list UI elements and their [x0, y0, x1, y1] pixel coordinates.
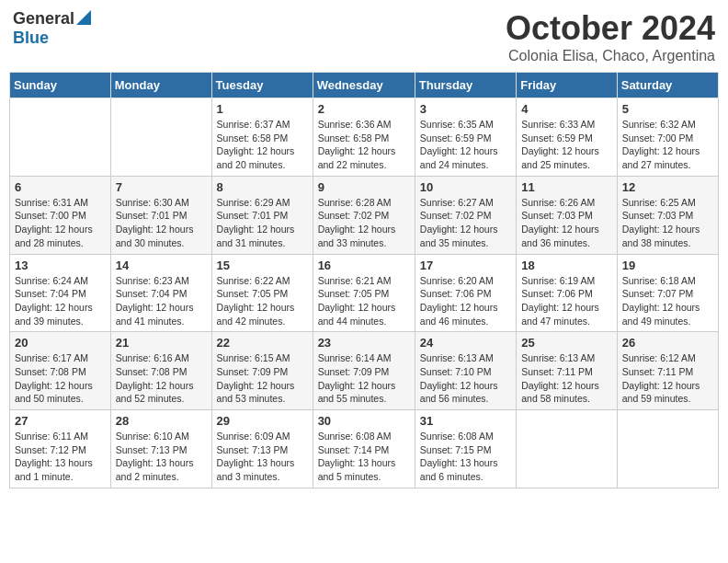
day-number: 13 [15, 259, 106, 272]
calendar-cell: 31 Sunrise: 6:08 AMSunset: 7:15 PMDaylig… [415, 410, 516, 488]
day-detail: Sunrise: 6:36 AMSunset: 6:58 PMDaylight:… [318, 119, 396, 170]
day-number: 17 [420, 259, 511, 272]
calendar-cell [10, 98, 111, 177]
calendar-cell [617, 410, 718, 488]
day-detail: Sunrise: 6:12 AMSunset: 7:11 PMDaylight:… [622, 352, 700, 404]
day-number: 23 [318, 336, 410, 350]
day-detail: Sunrise: 6:08 AMSunset: 7:15 PMDaylight:… [420, 431, 498, 482]
day-detail: Sunrise: 6:23 AMSunset: 7:04 PMDaylight:… [116, 275, 194, 327]
day-number: 21 [116, 336, 207, 350]
day-number: 5 [622, 102, 713, 116]
day-number: 22 [217, 336, 308, 350]
day-detail: Sunrise: 6:30 AMSunset: 7:01 PMDaylight:… [116, 197, 194, 248]
svg-marker-0 [76, 10, 91, 25]
calendar-cell: 26 Sunrise: 6:12 AMSunset: 7:11 PMDaylig… [617, 332, 718, 410]
calendar-cell: 14 Sunrise: 6:23 AMSunset: 7:04 PMDaylig… [110, 254, 211, 332]
calendar-cell: 16 Sunrise: 6:21 AMSunset: 7:05 PMDaylig… [313, 254, 415, 332]
day-detail: Sunrise: 6:08 AMSunset: 7:14 PMDaylight:… [318, 431, 396, 482]
calendar-cell: 20 Sunrise: 6:17 AMSunset: 7:08 PMDaylig… [10, 332, 111, 410]
day-detail: Sunrise: 6:16 AMSunset: 7:08 PMDaylight:… [116, 352, 194, 404]
calendar-cell: 12 Sunrise: 6:25 AMSunset: 7:03 PMDaylig… [617, 176, 718, 254]
page-header: General Blue October 2024 Colonia Elisa,… [9, 9, 719, 64]
title-block: October 2024 Colonia Elisa, Chaco, Argen… [506, 9, 715, 64]
day-detail: Sunrise: 6:13 AMSunset: 7:11 PMDaylight:… [521, 352, 599, 404]
day-number: 3 [420, 102, 511, 116]
calendar-week-row: 20 Sunrise: 6:17 AMSunset: 7:08 PMDaylig… [10, 332, 719, 410]
day-number: 9 [318, 180, 410, 194]
day-number: 29 [217, 414, 308, 428]
day-detail: Sunrise: 6:13 AMSunset: 7:10 PMDaylight:… [420, 352, 498, 404]
day-number: 25 [521, 336, 612, 350]
calendar-cell: 24 Sunrise: 6:13 AMSunset: 7:10 PMDaylig… [415, 332, 516, 410]
day-detail: Sunrise: 6:11 AMSunset: 7:12 PMDaylight:… [15, 431, 93, 482]
day-detail: Sunrise: 6:33 AMSunset: 6:59 PMDaylight:… [521, 119, 599, 170]
calendar-cell: 10 Sunrise: 6:27 AMSunset: 7:02 PMDaylig… [415, 176, 516, 254]
day-number: 26 [622, 336, 713, 350]
calendar-cell: 5 Sunrise: 6:32 AMSunset: 7:00 PMDayligh… [617, 98, 718, 177]
calendar-cell: 8 Sunrise: 6:29 AMSunset: 7:01 PMDayligh… [211, 176, 313, 254]
calendar-location: Colonia Elisa, Chaco, Argentina [506, 48, 715, 64]
day-number: 31 [420, 414, 511, 428]
day-detail: Sunrise: 6:25 AMSunset: 7:03 PMDaylight:… [622, 197, 700, 248]
day-detail: Sunrise: 6:32 AMSunset: 7:00 PMDaylight:… [622, 119, 700, 170]
calendar-week-row: 13 Sunrise: 6:24 AMSunset: 7:04 PMDaylig… [10, 254, 719, 332]
header-row: SundayMondayTuesdayWednesdayThursdayFrid… [10, 73, 719, 98]
calendar-cell: 19 Sunrise: 6:18 AMSunset: 7:07 PMDaylig… [617, 254, 718, 332]
day-detail: Sunrise: 6:22 AMSunset: 7:05 PMDaylight:… [217, 275, 295, 327]
weekday-header: Saturday [617, 73, 718, 98]
day-number: 6 [15, 180, 106, 194]
day-detail: Sunrise: 6:10 AMSunset: 7:13 PMDaylight:… [116, 431, 194, 482]
calendar-cell: 6 Sunrise: 6:31 AMSunset: 7:00 PMDayligh… [10, 176, 111, 254]
calendar-body: 1 Sunrise: 6:37 AMSunset: 6:58 PMDayligh… [10, 98, 719, 488]
day-number: 18 [521, 259, 612, 272]
day-number: 7 [116, 180, 207, 194]
calendar-cell: 22 Sunrise: 6:15 AMSunset: 7:09 PMDaylig… [211, 332, 313, 410]
logo-general-text: General [13, 9, 74, 29]
calendar-week-row: 27 Sunrise: 6:11 AMSunset: 7:12 PMDaylig… [10, 410, 719, 488]
day-detail: Sunrise: 6:17 AMSunset: 7:08 PMDaylight:… [15, 352, 93, 404]
weekday-header: Wednesday [313, 73, 415, 98]
day-detail: Sunrise: 6:19 AMSunset: 7:06 PMDaylight:… [521, 275, 599, 327]
day-number: 20 [15, 336, 106, 350]
day-number: 27 [15, 414, 106, 428]
calendar-header: SundayMondayTuesdayWednesdayThursdayFrid… [10, 73, 719, 98]
day-number: 16 [318, 259, 410, 272]
day-detail: Sunrise: 6:35 AMSunset: 6:59 PMDaylight:… [420, 119, 498, 170]
day-detail: Sunrise: 6:29 AMSunset: 7:01 PMDaylight:… [217, 197, 295, 248]
calendar-cell: 1 Sunrise: 6:37 AMSunset: 6:58 PMDayligh… [211, 98, 313, 177]
weekday-header: Tuesday [211, 73, 313, 98]
calendar-cell: 7 Sunrise: 6:30 AMSunset: 7:01 PMDayligh… [110, 176, 211, 254]
day-detail: Sunrise: 6:20 AMSunset: 7:06 PMDaylight:… [420, 275, 498, 327]
day-detail: Sunrise: 6:27 AMSunset: 7:02 PMDaylight:… [420, 197, 498, 248]
day-number: 10 [420, 180, 511, 194]
calendar-cell: 3 Sunrise: 6:35 AMSunset: 6:59 PMDayligh… [415, 98, 516, 177]
calendar-cell: 2 Sunrise: 6:36 AMSunset: 6:58 PMDayligh… [313, 98, 415, 177]
calendar-cell: 17 Sunrise: 6:20 AMSunset: 7:06 PMDaylig… [415, 254, 516, 332]
calendar-cell: 9 Sunrise: 6:28 AMSunset: 7:02 PMDayligh… [313, 176, 415, 254]
logo-triangle-icon [76, 10, 91, 25]
calendar-cell [110, 98, 211, 177]
logo: General Blue [13, 9, 91, 48]
day-detail: Sunrise: 6:14 AMSunset: 7:09 PMDaylight:… [318, 352, 396, 404]
day-detail: Sunrise: 6:28 AMSunset: 7:02 PMDaylight:… [318, 197, 396, 248]
logo-blue-text: Blue [13, 29, 49, 48]
day-detail: Sunrise: 6:21 AMSunset: 7:05 PMDaylight:… [318, 275, 396, 327]
day-number: 19 [622, 259, 713, 272]
calendar-week-row: 6 Sunrise: 6:31 AMSunset: 7:00 PMDayligh… [10, 176, 719, 254]
day-number: 4 [521, 102, 612, 116]
day-number: 30 [318, 414, 410, 428]
calendar-cell: 27 Sunrise: 6:11 AMSunset: 7:12 PMDaylig… [10, 410, 111, 488]
day-detail: Sunrise: 6:37 AMSunset: 6:58 PMDaylight:… [217, 119, 295, 170]
calendar-cell: 29 Sunrise: 6:09 AMSunset: 7:13 PMDaylig… [211, 410, 313, 488]
calendar-cell: 21 Sunrise: 6:16 AMSunset: 7:08 PMDaylig… [110, 332, 211, 410]
weekday-header: Thursday [415, 73, 516, 98]
calendar-cell: 23 Sunrise: 6:14 AMSunset: 7:09 PMDaylig… [313, 332, 415, 410]
calendar-cell: 25 Sunrise: 6:13 AMSunset: 7:11 PMDaylig… [517, 332, 618, 410]
day-detail: Sunrise: 6:31 AMSunset: 7:00 PMDaylight:… [15, 197, 93, 248]
day-number: 28 [116, 414, 207, 428]
calendar-cell [517, 410, 618, 488]
day-detail: Sunrise: 6:18 AMSunset: 7:07 PMDaylight:… [622, 275, 700, 327]
calendar-week-row: 1 Sunrise: 6:37 AMSunset: 6:58 PMDayligh… [10, 98, 719, 177]
day-number: 2 [318, 102, 410, 116]
weekday-header: Monday [110, 73, 211, 98]
